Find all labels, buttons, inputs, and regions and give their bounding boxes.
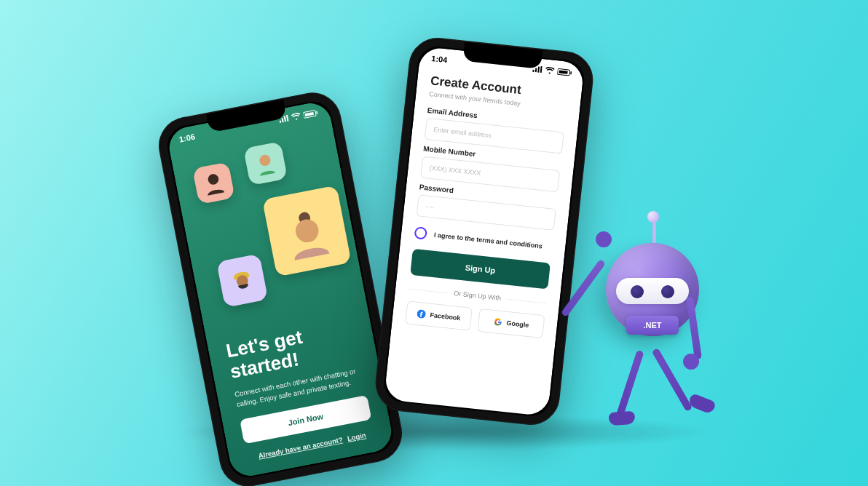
svg-point-4: [259, 154, 272, 167]
status-icons: [532, 65, 572, 77]
avatar-1: [192, 162, 235, 204]
terms-label: I agree to the terms and conditions: [434, 231, 543, 250]
google-icon: [493, 317, 502, 327]
svg-rect-9: [559, 71, 567, 74]
avatar-3: [262, 186, 352, 277]
avatar-2: [243, 141, 288, 186]
onboard-login-link[interactable]: Login: [347, 431, 366, 442]
svg-point-6: [293, 218, 320, 244]
avatar-4: [216, 254, 268, 308]
google-button[interactable]: Google: [478, 308, 545, 338]
svg-rect-10: [570, 71, 572, 74]
facebook-button[interactable]: Facebook: [405, 300, 473, 330]
signup-button[interactable]: Sign Up: [410, 249, 551, 290]
phone-signup-form: 1:04 Create Account Connect with your fr…: [373, 35, 596, 428]
robot-mascot: .NET: [583, 211, 728, 429]
status-time: 1:04: [431, 54, 448, 64]
facebook-icon: [417, 309, 426, 319]
svg-rect-1: [304, 112, 314, 116]
svg-point-3: [207, 173, 219, 186]
terms-checkbox[interactable]: [414, 226, 427, 240]
svg-rect-2: [316, 111, 317, 114]
status-time: 1:06: [178, 132, 196, 144]
robot-belt-label: .NET: [626, 316, 679, 335]
